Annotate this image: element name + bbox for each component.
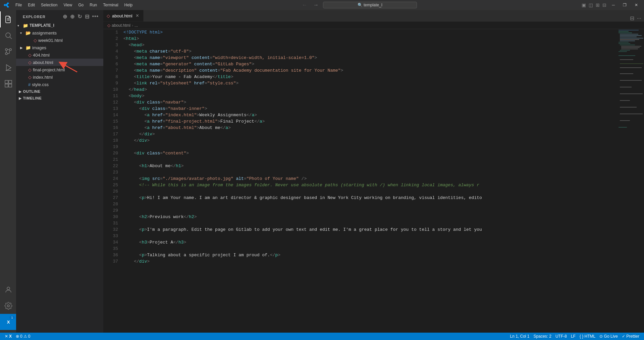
status-line-ending[interactable]: LF [569,334,578,339]
code-line-2: <html> [123,36,617,42]
error-icon: ⊗ [16,334,19,339]
final-project-html-item[interactable]: ◇ final-project.html [16,66,103,73]
code-line-22: <h1>About me</h1> [123,163,617,169]
activity-search[interactable] [0,27,16,44]
new-file-icon[interactable]: ⊕ [62,13,68,20]
timeline-section-header[interactable]: ▶ TIMELINE [16,95,103,101]
restore-button[interactable]: ❐ [620,2,629,8]
images-label: images [32,45,46,50]
svg-point-14 [7,305,9,307]
split-editor-icon[interactable]: ⊟ [630,15,634,21]
collapse-all-icon[interactable]: ⊟ [84,13,90,20]
svg-rect-43 [620,114,643,114]
svg-rect-12 [9,84,12,87]
menu-edit[interactable]: Edit [25,2,38,8]
status-go-live[interactable]: ⊙ Go Live [597,334,620,339]
activity-source-control[interactable] [0,44,16,60]
svg-rect-38 [620,80,642,81]
code-line-25: <!-- While this is an image from the ima… [123,182,617,188]
svg-rect-35 [620,63,643,64]
week01-html-item[interactable]: ◇ week01.html [16,37,103,44]
svg-point-13 [7,287,10,290]
menu-file[interactable]: File [13,2,24,8]
activity-run-debug[interactable] [0,60,16,76]
explorer-title: EXPLORER [23,15,46,19]
root-folder[interactable]: ▾ 📁 TEMPLATE_I [16,22,103,29]
status-language[interactable]: { } HTML [578,334,597,339]
menu-go[interactable]: Go [75,2,86,8]
status-spaces[interactable]: Spaces: 2 [532,334,553,339]
layout-icon-2[interactable]: ◫ [589,2,593,8]
index-html-item[interactable]: ◇ index.html [16,73,103,81]
code-line-21 [123,156,617,163]
breadcrumb-sep: › [132,23,133,28]
layout-icon-1[interactable]: ▣ [582,2,586,8]
about-label: about.html [33,60,53,65]
more-actions-icon[interactable]: ••• [92,13,99,20]
code-line-36: <p>Talking about a specific project I am… [123,252,617,258]
assignments-folder-item[interactable]: ▾ 📂 assignments [16,29,103,37]
code-content[interactable]: <!DOCTYPE html><html> <head> <meta chars… [121,29,617,333]
code-line-7: <meta name="description" content="Fab Ac… [123,67,617,74]
menu-terminal[interactable]: Terminal [100,2,121,8]
status-remote[interactable]: ✕ X [3,334,14,339]
main-area: X 1 EXPLORER ⊕ ⊕ ↻ ⊟ ••• ▾ 📁 TEMPLATE_I [0,10,644,333]
svg-rect-45 [619,127,627,128]
menu-run[interactable]: Run [87,2,100,8]
svg-point-5 [9,49,11,51]
style-css-item[interactable]: # style.css [16,81,103,88]
menu-help[interactable]: Help [122,2,136,8]
status-encoding[interactable]: UTF-8 [553,334,569,339]
svg-rect-22 [620,38,643,39]
status-errors[interactable]: ⊗ 0 ⚠ 0 [14,334,32,339]
svg-rect-26 [619,43,630,44]
code-editor[interactable]: 12345 678910 1112131415 1617181920 21222… [103,29,644,333]
status-prettier[interactable]: ✓ Prettier [620,334,641,339]
more-tab-actions-icon[interactable]: ··· [637,15,641,21]
tab-about-html[interactable]: ◇ about.html × [103,10,144,21]
menu-bar: File Edit Selection View Go Run Terminal… [13,2,135,8]
layout-icon-3[interactable]: ⊞ [596,2,600,8]
outline-section-header[interactable]: ▶ OUTLINE [16,88,103,95]
minimize-button[interactable]: ─ [609,2,618,8]
activity-extensions[interactable] [0,76,16,92]
new-folder-icon[interactable]: ⊕ [69,13,75,20]
code-line-31 [123,220,617,226]
refresh-icon[interactable]: ↻ [77,13,83,20]
activity-accounts[interactable] [0,282,16,298]
code-line-33 [123,233,617,239]
spaces-text: Spaces: 2 [534,334,551,339]
final-project-label: final-project.html [33,67,65,72]
menu-selection[interactable]: Selection [38,2,60,8]
svg-rect-11 [5,84,8,87]
activity-settings[interactable] [0,298,16,314]
nav-back-button[interactable]: ← [300,1,309,9]
nav-forward-button[interactable]: → [312,1,320,9]
svg-rect-15 [617,29,644,264]
about-html-item[interactable]: ◇ about.html [16,59,103,66]
close-button[interactable]: ✕ [632,2,641,8]
warning-icon: ⚠ [23,334,27,339]
title-bar-center: ← → 🔍 template_I [300,1,417,9]
layout-icon-4[interactable]: ⊟ [602,2,606,8]
minimap-preview [617,29,644,264]
breadcrumb-filename[interactable]: about.html [112,23,130,28]
images-folder-item[interactable]: ▶ 📁 images [16,44,103,51]
code-line-15: <a href="final-project.html">Final Proje… [123,118,617,125]
activity-bar: X 1 [0,10,16,333]
code-line-20: <div class="content"> [123,150,617,156]
title-bar-left: File Edit Selection View Go Run Terminal… [3,2,135,8]
tab-about-html-close[interactable]: × [136,13,139,19]
error-count: 0 [20,334,22,339]
svg-rect-21 [620,37,637,37]
file-tree: ▾ 📁 TEMPLATE_I ▾ 📂 assignments ◇ week01.… [16,22,103,333]
code-line-3: <head> [123,42,617,48]
404-html-item[interactable]: ◇ 404.html [16,51,103,59]
breadcrumb-more[interactable]: ... [135,23,138,28]
menu-view[interactable]: View [61,2,75,8]
activity-explorer[interactable] [0,11,16,27]
status-position[interactable]: Ln 1, Col 1 [508,334,531,339]
search-bar[interactable]: 🔍 template_I [323,2,417,8]
root-arrow: ▾ [17,24,23,27]
svg-rect-23 [620,39,639,40]
